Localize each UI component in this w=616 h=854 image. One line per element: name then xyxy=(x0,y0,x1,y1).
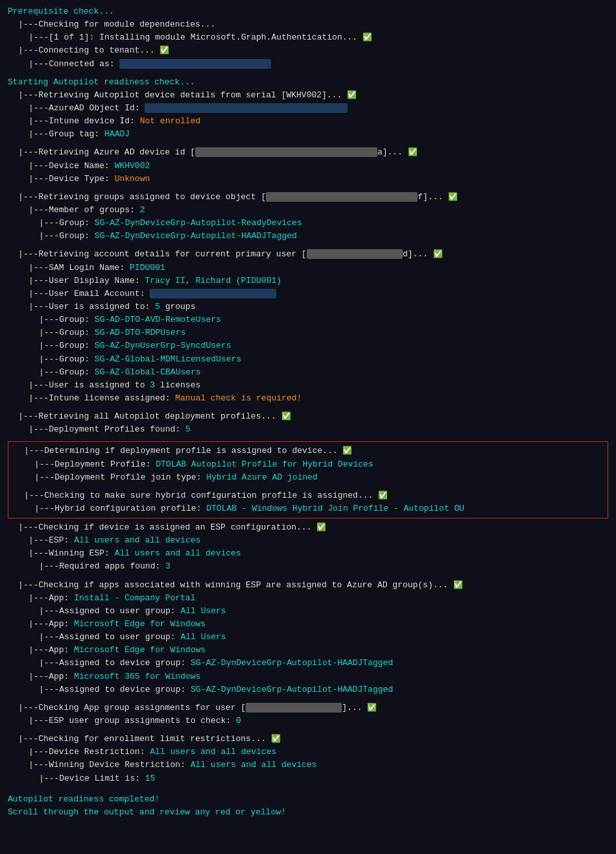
line-user-group5: |---Group: SG-AZ-Global-CBAUsers xyxy=(8,366,608,379)
line-device-restriction: |---Device Restriction: All users and al… xyxy=(8,746,608,759)
line-prereq: Prerequisite check... xyxy=(8,5,608,18)
line-user-group3: |---Group: SG-AZ-DynUserGrp-SyncdUsers xyxy=(8,339,608,352)
line-email: |---User Email Account: xyxy=(8,287,608,300)
line-checking-esp: |---Checking if device is assigned an ES… xyxy=(8,521,608,534)
line-app1-user-group: |---Assigned to user group: All Users xyxy=(8,605,608,618)
line-user-group1: |---Group: SG-AD-DTO-AVD-RemoteUsers xyxy=(8,313,608,326)
line-display-name: |---User Display Name: Tracy II, Richard… xyxy=(8,274,608,287)
line-scroll-review: Scroll through the output and review any… xyxy=(8,806,608,819)
line-required-apps: |---Required apps found: 3 xyxy=(8,560,608,573)
line-user-groups: |---User is assigned to: 5 groups xyxy=(8,300,608,313)
line-determining-profile: |---Determining if deployment profile is… xyxy=(14,445,602,458)
line-winning-restriction: |---Winning Device Restriction: All user… xyxy=(8,759,608,772)
line-retrieving-profiles: |---Retrieving all Autopilot deployment … xyxy=(8,410,608,423)
line-checking-apps: |---Checking if apps associated with win… xyxy=(8,579,608,592)
line-app4: |---App: Microsoft 365 for Windows xyxy=(8,670,608,683)
line-user-licenses: |---User is assigned to 3 licenses xyxy=(8,379,608,392)
line-deployment-profile: |---Deployment Profile: DTOLAB Autopilot… xyxy=(14,458,602,471)
line-autopilot-complete: Autopilot readiness completed! xyxy=(8,793,608,806)
terminal-output: Prerequisite check... |---Checking for m… xyxy=(8,5,608,819)
line-group2: |---Group: SG-AZ-DynDeviceGrp-Autopilot-… xyxy=(8,230,608,243)
line-azuread-obj: |---AzureAD Object Id: xyxy=(8,102,608,115)
line-autopilot-start: Starting Autopilot readiness check... xyxy=(8,76,608,89)
line-app2-user-group: |---Assigned to user group: All Users xyxy=(8,631,608,644)
line-esp-user-group: |---ESP user group assignments to check:… xyxy=(8,714,608,727)
line-retrieving-azure-id: |---Retrieving Azure AD device id [ a]..… xyxy=(8,146,608,159)
line-group1: |---Group: SG-AZ-DynDeviceGrp-Autopilot-… xyxy=(8,217,608,230)
line-intune-license: |---Intune license assigned: Manual chec… xyxy=(8,392,608,405)
line-join-type: |---Deployment Profile join type: Hybrid… xyxy=(14,471,602,484)
line-member-groups: |---Member of groups: 2 xyxy=(8,204,608,217)
line-retrieving-serial: |---Retrieving Autopilot device details … xyxy=(8,89,608,102)
line-checking-app-group: |---Checking App group assignments for u… xyxy=(8,702,608,714)
line-app2: |---App: Microsoft Edge for Windows xyxy=(8,618,608,631)
line-app3-device-group: |---Assigned to device group: SG-AZ-DynD… xyxy=(8,657,608,670)
line-sam-login: |---SAM Login Name: PIDU001 xyxy=(8,262,608,274)
line-winning-esp: |---Winning ESP: All users and all devic… xyxy=(8,547,608,560)
line-hybrid-profile: |---Hybrid configuration profile: DTOLAB… xyxy=(14,502,602,515)
line-checking-hybrid: |---Checking to make sure hybrid configu… xyxy=(14,489,602,502)
line-check-modules: |---Checking for module dependencies... xyxy=(8,18,608,31)
line-device-name: |---Device Name: WKHV002 xyxy=(8,160,608,173)
line-connecting: |---Connecting to tenant... ✅ xyxy=(8,44,608,57)
highlight-section: |---Determining if deployment profile is… xyxy=(8,441,608,518)
line-app4-device-group: |---Assigned to device group: SG-AZ-DynD… xyxy=(8,683,608,696)
line-retrieving-groups: |---Retrieving groups assigned to device… xyxy=(8,191,608,204)
line-install-module: |---[1 of 1]: Installing module Microsof… xyxy=(8,31,608,44)
line-intune-device: |---Intune device Id: Not enrolled xyxy=(8,115,608,128)
line-app3: |---App: Microsoft Edge for Windows xyxy=(8,644,608,657)
line-profiles-found: |---Deployment Profiles found: 5 xyxy=(8,423,608,436)
line-connected-as: |---Connected as: xyxy=(8,58,608,71)
line-device-type: |---Device Type: Unknown xyxy=(8,173,608,186)
line-user-group2: |---Group: SG-AD-DTO-RDPUsers xyxy=(8,326,608,339)
line-device-limit: |---Device Limit is: 15 xyxy=(8,772,608,785)
line-app1: |---App: Install - Company Portal xyxy=(8,592,608,605)
line-checking-enrollment: |---Checking for enrollment limit restri… xyxy=(8,733,608,746)
line-retrieving-account: |---Retrieving account details for curre… xyxy=(8,248,608,261)
line-esp: |---ESP: All users and all devices xyxy=(8,534,608,547)
line-user-group4: |---Group: SG-AZ-Global-MDMLicensedUsers xyxy=(8,353,608,366)
line-group-tag: |---Group tag: HAADJ xyxy=(8,128,608,141)
